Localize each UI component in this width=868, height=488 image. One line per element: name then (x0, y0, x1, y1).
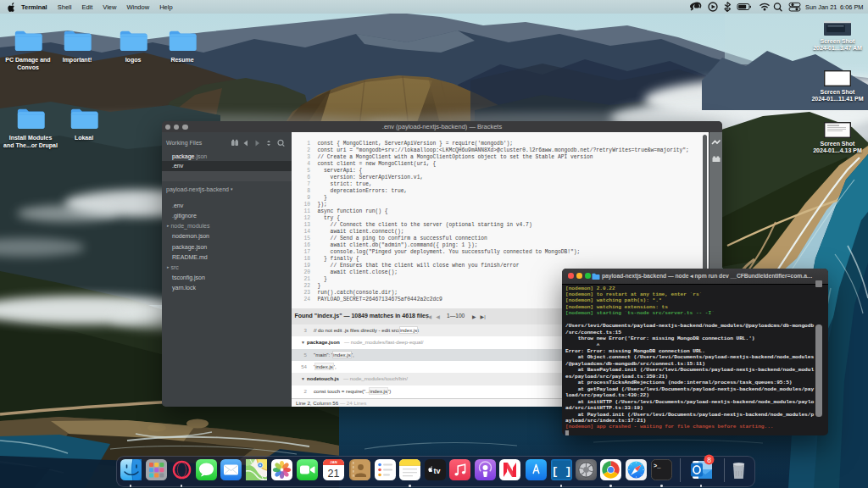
svg-text:8: 8 (707, 456, 711, 464)
svg-text:[ ]: [ ] (551, 465, 570, 478)
svg-text:6:06 PM: 6:06 PM (840, 3, 864, 11)
svg-text:Sun Jan 21: Sun Jan 21 (805, 3, 837, 11)
svg-text:tv: tv (433, 467, 440, 475)
svg-text:21: 21 (328, 468, 340, 480)
svg-text:JAN: JAN (330, 460, 337, 464)
svg-text:>_: >_ (654, 463, 661, 469)
